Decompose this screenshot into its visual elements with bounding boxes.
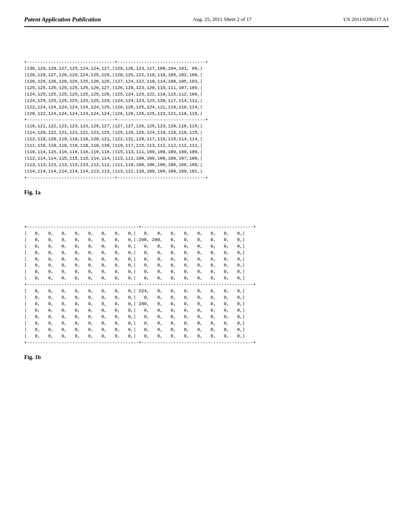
figure-1a-data: +---------------------------------+-----… xyxy=(24,59,389,181)
page-header: Patent Application Publication Aug. 25, … xyxy=(24,16,389,27)
figure-1a-line: |126,126,126,126,126,125,126,126,|127,12… xyxy=(24,79,389,85)
header-patent-number: US 2011/0206117 A1 xyxy=(344,16,389,23)
figure-1a-line: |124,125,125,125,125,125,125,126,|124,12… xyxy=(24,98,389,104)
figure-1a-label: Fig. 1a xyxy=(24,189,389,196)
figure-1b-line: | 0, 0, 0, 0, 0, 0, 0, 0,| 0, 0, 0, 0, 0… xyxy=(24,327,389,333)
figure-1b-line: | 0, 0, 0, 0, 0, 0, 0, 0,| 0, 0, 0, 0, 0… xyxy=(24,295,389,301)
figure-1b-line: | 0, 0, 0, 0, 0, 0, 0, 0,| 280, 0, 0, 0,… xyxy=(24,301,389,308)
figure-1b-line: +---------------------------------------… xyxy=(24,224,389,231)
figure-1b-line: | 0, 0, 0, 0, 0, 0, 0, 0,| 0, 0, 0, 0, 0… xyxy=(24,250,389,256)
figure-1b-line: +---------------------------------------… xyxy=(24,282,389,288)
figure-1b-line: | 0, 0, 0, 0, 0, 0, 0, 0,| 0, 0, 0, 0, 0… xyxy=(24,333,389,340)
figure-1b-line: | 0, 0, 0, 0, 0, 0, 0, 0,| 224, 0, 0, 0,… xyxy=(24,288,389,295)
mid-spacer xyxy=(24,208,389,224)
figure-1b-label: Fig. 1b xyxy=(24,354,389,361)
figure-1a-line: |112,118,120,119,119,119,120,121,|122,12… xyxy=(24,136,389,143)
figure-1a-line: |114,120,122,121,121,121,123,125,|125,12… xyxy=(24,130,389,136)
header-sheet-info: Aug. 25, 2011 Sheet 2 of 17 xyxy=(193,16,252,23)
figure-1b-block: +---------------------------------------… xyxy=(24,224,389,346)
figure-1a-line: |122,124,124,124,124,124,124,125,|126,12… xyxy=(24,104,389,111)
figure-1a-line: |130,129,129,127,125,124,124,127,|129,12… xyxy=(24,66,389,72)
figure-1b-line: | 0, 0, 0, 0, 0, 0, 0, 0,| 0, 0, 0, 0, 0… xyxy=(24,231,389,237)
figure-1b-line: | 0, 0, 0, 0, 0, 0, 0, 0,| 0, 0, 0, 0, 0… xyxy=(24,320,389,327)
figure-1b-line: | 0, 0, 0, 0, 0, 0, 0, 0,| 0, 0, 0, 0, 0… xyxy=(24,256,389,263)
figure-1a-line: |124,125,125,125,125,125,125,126,|125,12… xyxy=(24,91,389,98)
header-title: Patent Application Publication xyxy=(24,16,101,23)
figure-1b-line: | 0, 0, 0, 0, 0, 0, 0, 0,| 0, 0, 0, 0, 0… xyxy=(24,275,389,282)
figure-1a-line: +---------------------------------+-----… xyxy=(24,117,389,123)
figure-1a-line: +---------------------------------+-----… xyxy=(24,175,389,181)
figure-1b-line: | 0, 0, 0, 0, 0, 0, 0, 0,| 0, 0, 0, 0, 0… xyxy=(24,269,389,275)
figure-1b-line: | 0, 0, 0, 0, 0, 0, 0, 0,|-208, 200, 0, … xyxy=(24,237,389,243)
figure-1b-data: +---------------------------------------… xyxy=(24,224,389,346)
figure-1a-line: |125,125,125,125,125,125,126,127,|126,12… xyxy=(24,85,389,91)
figure-1a-block: +---------------------------------+-----… xyxy=(24,59,389,181)
figure-1b-line: | 0, 0, 0, 0, 0, 0, 0, 0,| 0, 0, 0, 0, 0… xyxy=(24,308,389,314)
figure-1a-line: |116,121,122,123,123,123,125,127,|127,12… xyxy=(24,123,389,130)
figure-1b-line: | 0, 0, 0, 0, 0, 0, 0, 0,| 0, 0, 0, 0, 0… xyxy=(24,314,389,320)
figure-1a-line: |110,114,115,116,116,116,116,116,|115,11… xyxy=(24,149,389,156)
figure-1b-line: +---------------------------------------… xyxy=(24,340,389,346)
figure-1a-line: |120,122,124,124,124,124,124,124,|126,12… xyxy=(24,111,389,117)
figure-1a-line: |114,114,114,114,114,114,113,113,|113,11… xyxy=(24,168,389,175)
figure-1a-line: |112,114,114,115,115,115,114,114,|113,11… xyxy=(24,156,389,162)
figure-1a-line: |128,128,127,126,126,124,125,126,|128,12… xyxy=(24,72,389,79)
figure-1a-line: |111,116,118,118,118,118,119,120,|119,11… xyxy=(24,143,389,149)
figure-1a-line: |113,113,113,113,113,113,112,112,|111,11… xyxy=(24,162,389,168)
page: Patent Application Publication Aug. 25, … xyxy=(0,0,413,532)
top-spacer xyxy=(24,39,389,59)
figure-1b-line: | 0, 0, 0, 0, 0, 0, 0, 0,| 0, 0, 0, 0, 0… xyxy=(24,243,389,250)
figure-1a-line: +---------------------------------+-----… xyxy=(24,59,389,66)
figure-1b-line: | 0, 0, 0, 0, 0, 0, 0, 0,| 0, 0, 0, 0, 0… xyxy=(24,262,389,269)
